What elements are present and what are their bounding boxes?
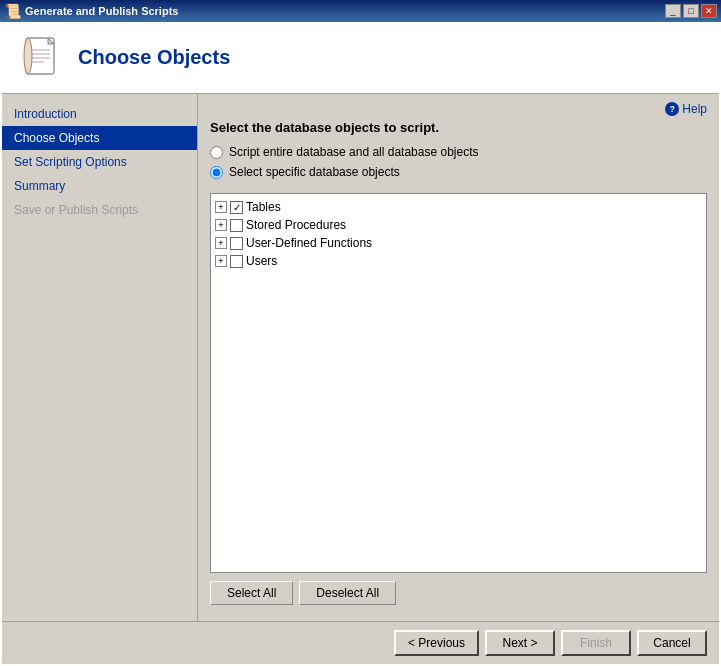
help-link[interactable]: ? Help	[665, 102, 707, 116]
section-title: Select the database objects to script.	[210, 120, 707, 135]
help-icon: ?	[665, 102, 679, 116]
help-label: Help	[682, 102, 707, 116]
sidebar-item-save-publish: Save or Publish Scripts	[2, 198, 197, 222]
tree-item-stored-procedures: + Stored Procedures	[215, 216, 702, 234]
checkbox-tables[interactable]	[230, 201, 243, 214]
app-icon: 📜	[4, 3, 21, 19]
title-bar-left: 📜 Generate and Publish Scripts	[4, 3, 178, 19]
expand-tables-button[interactable]: +	[215, 201, 227, 213]
title-bar-controls: _ □ ✕	[665, 4, 717, 18]
header: Choose Objects	[2, 22, 719, 94]
radio-entire-label: Script entire database and all database …	[229, 145, 479, 159]
sidebar: Introduction Choose Objects Set Scriptin…	[2, 94, 198, 621]
maximize-button[interactable]: □	[683, 4, 699, 18]
expand-stored-procs-button[interactable]: +	[215, 219, 227, 231]
checkbox-users[interactable]	[230, 255, 243, 268]
tree-label-users: Users	[246, 254, 277, 268]
select-all-button[interactable]: Select All	[210, 581, 293, 605]
title-bar: 📜 Generate and Publish Scripts _ □ ✕	[0, 0, 721, 22]
radio-specific-option[interactable]: Select specific database objects	[210, 165, 707, 179]
main-window: Choose Objects Introduction Choose Objec…	[0, 22, 721, 666]
radio-entire-option[interactable]: Script entire database and all database …	[210, 145, 707, 159]
sidebar-item-summary[interactable]: Summary	[2, 174, 197, 198]
tree-area: + Tables + Stored Procedures + User-Defi…	[210, 193, 707, 573]
title-bar-title: Generate and Publish Scripts	[25, 5, 178, 17]
previous-button[interactable]: < Previous	[394, 630, 479, 656]
tree-item-tables: + Tables	[215, 198, 702, 216]
tree-item-users: + Users	[215, 252, 702, 270]
sidebar-item-introduction[interactable]: Introduction	[2, 102, 197, 126]
next-button[interactable]: Next >	[485, 630, 555, 656]
tree-label-user-defined: User-Defined Functions	[246, 236, 372, 250]
tree-item-user-defined: + User-Defined Functions	[215, 234, 702, 252]
finish-button: Finish	[561, 630, 631, 656]
radio-entire-input[interactable]	[210, 146, 223, 159]
tree-label-stored-procedures: Stored Procedures	[246, 218, 346, 232]
radio-specific-label: Select specific database objects	[229, 165, 400, 179]
checkbox-stored-procedures[interactable]	[230, 219, 243, 232]
bottom-bar: < Previous Next > Finish Cancel	[2, 621, 719, 664]
help-row: ? Help	[210, 102, 707, 116]
tree-buttons: Select All Deselect All	[210, 581, 707, 605]
page-title: Choose Objects	[78, 46, 230, 69]
sidebar-item-choose-objects[interactable]: Choose Objects	[2, 126, 197, 150]
tree-label-tables: Tables	[246, 200, 281, 214]
radio-specific-input[interactable]	[210, 166, 223, 179]
expand-users-button[interactable]: +	[215, 255, 227, 267]
sidebar-item-set-scripting[interactable]: Set Scripting Options	[2, 150, 197, 174]
cancel-button[interactable]: Cancel	[637, 630, 707, 656]
header-icon-container	[18, 34, 66, 82]
expand-user-defined-button[interactable]: +	[215, 237, 227, 249]
svg-point-6	[24, 38, 32, 74]
checkbox-user-defined[interactable]	[230, 237, 243, 250]
deselect-all-button[interactable]: Deselect All	[299, 581, 396, 605]
content-area: Introduction Choose Objects Set Scriptin…	[2, 94, 719, 621]
close-button[interactable]: ✕	[701, 4, 717, 18]
radio-group: Script entire database and all database …	[210, 145, 707, 185]
minimize-button[interactable]: _	[665, 4, 681, 18]
header-icon	[20, 36, 64, 80]
main-panel: ? Help Select the database objects to sc…	[198, 94, 719, 621]
